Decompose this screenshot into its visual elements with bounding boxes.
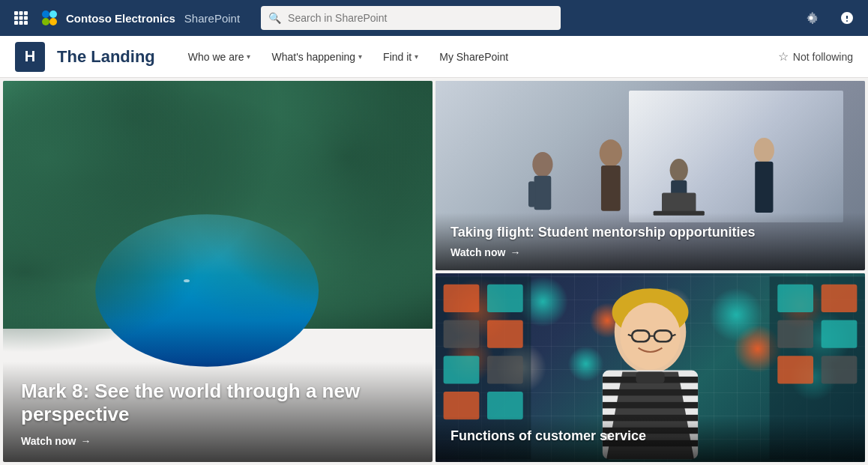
company-name: Contoso Electronics [66,12,175,25]
svg-rect-35 [777,284,813,311]
svg-rect-8 [24,21,28,25]
svg-rect-34 [487,392,523,419]
site-logo-letter: H [25,48,35,65]
cards-right-column: Taking flight: Student mentorship opport… [435,81,865,462]
help-icon-button[interactable] [835,6,859,30]
watch-now-top-label: Watch now [450,246,505,258]
search-input[interactable] [261,6,561,30]
svg-rect-33 [444,392,480,419]
card-customer-title: Functions of customer service [450,428,850,444]
card-mentorship[interactable]: Taking flight: Student mentorship opport… [435,81,865,270]
site-nav-find-label: Find it [383,51,412,63]
search-icon: 🔍 [268,12,281,24]
svg-rect-40 [822,356,858,383]
svg-point-10 [49,10,57,18]
watch-now-label: Watch now [21,435,76,447]
svg-rect-58 [636,371,664,383]
svg-point-11 [42,18,49,25]
top-nav-right [799,6,859,30]
svg-rect-2 [24,11,28,15]
card-mentorship-watch-link[interactable]: Watch now → [450,246,850,258]
app-name: SharePoint [184,12,240,25]
svg-rect-38 [822,320,858,347]
svg-rect-3 [14,16,18,20]
follow-button[interactable]: ☆ Not following [778,49,853,64]
site-nav-item-who[interactable]: Who we are ▾ [179,46,260,67]
card-customer-overlay: Functions of customer service [435,416,865,462]
svg-rect-4 [19,16,23,20]
svg-rect-0 [14,11,18,15]
site-nav-items: Who we are ▾ What's happening ▾ Find it … [179,46,778,67]
svg-rect-21 [755,161,773,212]
chevron-down-icon: ▾ [247,52,250,61]
card-main-watch-link[interactable]: Watch now → [21,435,415,447]
svg-rect-15 [528,181,535,207]
svg-rect-6 [14,21,18,25]
svg-rect-32 [487,356,523,383]
arrow-icon-top: → [510,246,520,258]
search-container: 🔍 [261,6,561,30]
card-mentorship-title: Taking flight: Student mentorship opport… [450,225,850,240]
svg-rect-37 [777,320,813,347]
main-content: Mark 8: See the world through a new pers… [0,78,868,465]
chevron-down-icon: ▾ [358,52,362,61]
svg-rect-22 [662,192,696,213]
svg-rect-30 [487,320,523,347]
svg-rect-36 [822,284,858,311]
site-nav-item-happening[interactable]: What's happening ▾ [262,46,371,67]
site-nav-bar: H The Landing Who we are ▾ What's happen… [0,36,868,78]
svg-point-18 [669,159,687,181]
card-main-title: Mark 8: See the world through a new pers… [21,380,415,426]
site-title[interactable]: The Landing [57,47,155,67]
chevron-down-icon: ▾ [415,52,418,61]
svg-rect-39 [777,356,813,383]
site-logo: H [15,42,45,72]
site-nav-happening-label: What's happening [271,51,355,63]
arrow-icon: → [80,435,91,447]
svg-rect-31 [444,356,480,383]
svg-rect-1 [19,11,23,15]
star-icon: ☆ [778,49,789,64]
site-nav-item-find[interactable]: Find it ▾ [374,46,427,67]
card-main[interactable]: Mark 8: See the world through a new pers… [3,81,433,462]
site-nav-item-mysp[interactable]: My SharePoint [430,46,517,67]
svg-rect-28 [487,284,523,311]
svg-point-20 [753,137,774,162]
svg-point-9 [42,10,49,18]
svg-rect-29 [444,320,480,347]
card-mentorship-overlay: Taking flight: Student mentorship opport… [435,213,865,270]
svg-point-16 [599,139,621,166]
follow-label: Not following [793,51,853,63]
svg-rect-14 [534,175,551,209]
top-nav-bar: Contoso Electronics SharePoint 🔍 [0,0,868,36]
svg-rect-7 [19,21,23,25]
card-customer[interactable]: Functions of customer service [435,273,865,463]
site-nav-who-label: Who we are [188,51,244,63]
company-logo[interactable]: Contoso Electronics [39,7,175,28]
svg-point-12 [49,18,57,25]
waffle-menu-button[interactable] [9,11,33,25]
svg-rect-5 [24,16,28,20]
svg-rect-17 [601,165,621,211]
svg-point-13 [532,151,552,176]
svg-rect-27 [444,284,480,311]
site-nav-mysp-label: My SharePoint [439,51,508,63]
settings-icon-button[interactable] [799,6,823,30]
card-main-overlay: Mark 8: See the world through a new pers… [3,362,433,462]
